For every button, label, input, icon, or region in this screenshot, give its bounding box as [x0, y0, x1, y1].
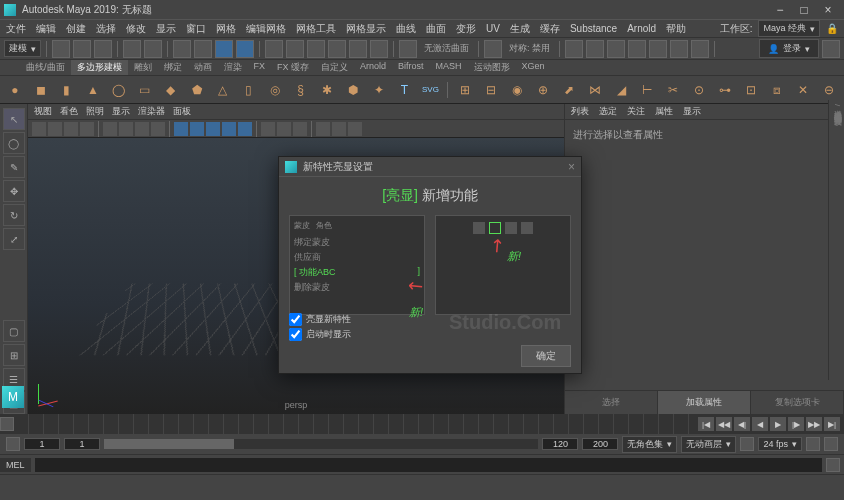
startup-checkbox[interactable]	[289, 328, 302, 341]
prefs-icon[interactable]	[824, 437, 838, 451]
vp-res-gate-icon[interactable]	[135, 122, 149, 136]
close-button[interactable]: ×	[816, 3, 840, 17]
vp-lights-icon[interactable]	[222, 122, 236, 136]
go-end-button[interactable]: ▶|	[824, 417, 840, 431]
marketplace-icon[interactable]	[822, 40, 840, 58]
mirror-icon[interactable]: ⧈	[766, 79, 788, 101]
cmd-lang-label[interactable]: MEL	[0, 458, 31, 472]
select-mode-icon[interactable]	[173, 40, 191, 58]
range-out-input[interactable]	[542, 438, 578, 450]
dialog-close-button[interactable]: ×	[568, 160, 575, 174]
hypershade-icon[interactable]	[649, 40, 667, 58]
menu-generate[interactable]: 生成	[510, 22, 530, 36]
poly-torus-icon[interactable]: ◯	[108, 79, 130, 101]
bevel-icon[interactable]: ◢	[610, 79, 632, 101]
vp-wireframe-icon[interactable]	[174, 122, 188, 136]
set-key-icon[interactable]	[740, 437, 754, 451]
vp-textured-icon[interactable]	[206, 122, 220, 136]
script-editor-icon[interactable]	[826, 458, 840, 472]
poly-type-icon[interactable]: T	[394, 79, 416, 101]
vp-shadows-icon[interactable]	[238, 122, 252, 136]
prev-key-button[interactable]: ◀|	[734, 417, 750, 431]
vp-menu-show[interactable]: 显示	[112, 105, 130, 118]
vp-2d-icon[interactable]	[80, 122, 94, 136]
snap-point-icon[interactable]	[307, 40, 325, 58]
scale-tool[interactable]: ⤢	[3, 228, 25, 250]
menu-substance[interactable]: Substance	[570, 23, 617, 34]
range-toggle-icon[interactable]	[6, 437, 20, 451]
rp-btn-copy[interactable]: 复制选项卡	[751, 391, 844, 414]
rp-tab-attr[interactable]: 属性	[655, 105, 673, 118]
lasso-tool[interactable]: ◯	[3, 132, 25, 154]
login-button[interactable]: 👤 登录 ▾	[759, 39, 819, 58]
command-input[interactable]	[35, 458, 822, 472]
vp-gamma-icon[interactable]	[332, 122, 346, 136]
menu-meshdisp[interactable]: 网格显示	[346, 22, 386, 36]
target-weld-icon[interactable]: ⊙	[688, 79, 710, 101]
rp-btn-select[interactable]: 选择	[565, 391, 658, 414]
menu-create[interactable]: 创建	[66, 22, 86, 36]
menu-deform[interactable]: 变形	[456, 22, 476, 36]
rp-btn-load[interactable]: 加载属性	[658, 391, 751, 414]
poly-pyramid-icon[interactable]: △	[212, 79, 234, 101]
workspace-dropdown[interactable]: Maya 经典 ▾	[758, 20, 820, 37]
vp-menu-renderer[interactable]: 渲染器	[138, 105, 165, 118]
snap-live-icon[interactable]	[349, 40, 367, 58]
vp-xray-icon[interactable]	[277, 122, 291, 136]
vp-menu-shading[interactable]: 看色	[60, 105, 78, 118]
range-end-input[interactable]	[582, 438, 618, 450]
svg-icon[interactable]: SVG	[420, 79, 442, 101]
range-in-input[interactable]	[64, 438, 100, 450]
shelf-tab-mash[interactable]: MASH	[430, 60, 468, 75]
layout-four-icon[interactable]: ⊞	[3, 344, 25, 366]
poly-soccer-icon[interactable]: ⬢	[342, 79, 364, 101]
menu-surface[interactable]: 曲面	[426, 22, 446, 36]
range-slider[interactable]	[104, 439, 538, 449]
playblast-icon[interactable]	[691, 40, 709, 58]
delete-edge-icon[interactable]: ✕	[792, 79, 814, 101]
new-scene-icon[interactable]	[52, 40, 70, 58]
live-surface-icon[interactable]	[399, 40, 417, 58]
go-start-button[interactable]: |◀	[698, 417, 714, 431]
menu-cache[interactable]: 缓存	[540, 22, 560, 36]
undo-icon[interactable]	[123, 40, 141, 58]
shelf-tab-xgen[interactable]: XGen	[516, 60, 551, 75]
minimize-button[interactable]: −	[768, 3, 792, 17]
poly-sphere-icon[interactable]: ●	[4, 79, 26, 101]
shelf-tab-custom[interactable]: 自定义	[315, 60, 354, 75]
play-back-button[interactable]: ◀	[752, 417, 768, 431]
menu-editmesh[interactable]: 编辑网格	[246, 22, 286, 36]
shelf-tab-rig[interactable]: 绑定	[158, 60, 188, 75]
rotate-tool[interactable]: ↻	[3, 204, 25, 226]
timeline-audio-icon[interactable]	[0, 417, 14, 431]
boolean-icon[interactable]: ⊕	[532, 79, 554, 101]
combine-icon[interactable]: ⊞	[454, 79, 476, 101]
vp-exposure-icon[interactable]	[316, 122, 330, 136]
step-back-button[interactable]: ◀◀	[716, 417, 732, 431]
paint-select-icon[interactable]	[215, 40, 233, 58]
snap-view-icon[interactable]	[370, 40, 388, 58]
collapse-icon[interactable]: ⊖	[818, 79, 840, 101]
poly-cone-icon[interactable]: ▲	[82, 79, 104, 101]
vp-film-gate-icon[interactable]	[119, 122, 133, 136]
highlight-checkbox[interactable]	[289, 313, 302, 326]
poly-prism-icon[interactable]: ▯	[238, 79, 260, 101]
symmetry-label[interactable]: 对称: 禁用	[505, 42, 554, 55]
menu-arnold[interactable]: Arnold	[627, 23, 656, 34]
light-icon[interactable]	[670, 40, 688, 58]
paint-tool[interactable]: ✎	[3, 156, 25, 178]
snap-grid-icon[interactable]	[265, 40, 283, 58]
poly-plane-icon[interactable]: ▭	[134, 79, 156, 101]
poly-disc-icon[interactable]: ◆	[160, 79, 182, 101]
menu-display[interactable]: 显示	[156, 22, 176, 36]
snap-curve-icon[interactable]	[286, 40, 304, 58]
range-start-input[interactable]	[24, 438, 60, 450]
layout-single-icon[interactable]: ▢	[3, 320, 25, 342]
vp-select-cam-icon[interactable]	[32, 122, 46, 136]
vp-shaded-icon[interactable]	[190, 122, 204, 136]
right-edge-tabs[interactable]: 通道盒/层编辑器 属性编辑器 工具设置	[828, 100, 844, 380]
snap-plane-icon[interactable]	[328, 40, 346, 58]
shelf-tab-arnold[interactable]: Arnold	[354, 60, 392, 75]
vp-image-plane-icon[interactable]	[64, 122, 78, 136]
menu-select[interactable]: 选择	[96, 22, 116, 36]
